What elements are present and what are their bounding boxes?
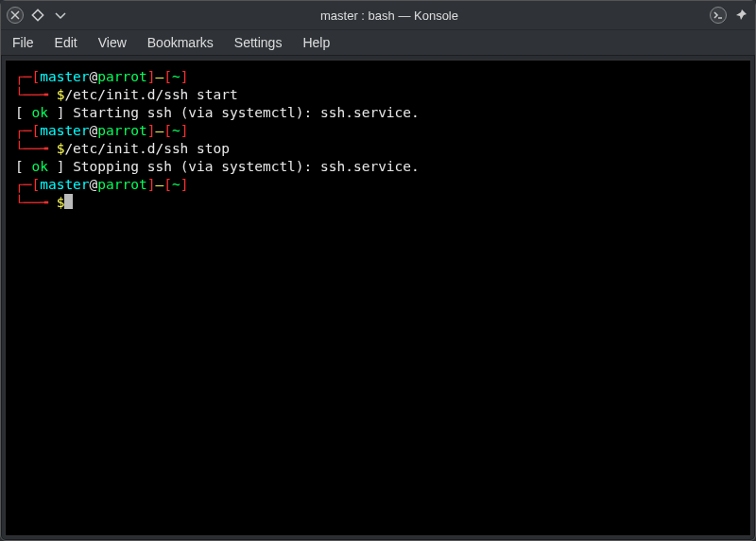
- prompt-rbr2: ]: [180, 123, 189, 138]
- prompt-host: parrot: [97, 123, 146, 138]
- prompt-dash: —: [155, 177, 163, 192]
- prompt-user: master: [40, 177, 89, 192]
- terminal-area[interactable]: ┌─[master@parrot]—[~] └──╼ $/etc/init.d/…: [5, 60, 751, 536]
- window-title: master : bash — Konsole: [75, 9, 704, 23]
- prompt-dash: —: [155, 69, 163, 84]
- menubar: File Edit View Bookmarks Settings Help: [1, 29, 755, 56]
- prompt-lbr: [: [31, 69, 40, 84]
- cursor: [64, 194, 73, 209]
- status-line-2: Stopping ssh (via systemctl): ssh.servic…: [73, 159, 420, 174]
- titlebar-right: [710, 7, 749, 24]
- prompt-user: master: [40, 123, 89, 138]
- prompt-lbr2: [: [163, 123, 172, 138]
- prompt-lbr: [: [31, 177, 40, 192]
- ok-open: [: [15, 105, 31, 120]
- terminal-icon[interactable]: [710, 7, 727, 24]
- menu-view[interactable]: View: [98, 35, 127, 50]
- menu-file[interactable]: File: [12, 35, 34, 50]
- prompt-dollar: $: [57, 195, 65, 210]
- prompt-rbr2: ]: [180, 177, 189, 192]
- menu-settings[interactable]: Settings: [234, 35, 283, 50]
- prompt-tilde: ~: [172, 177, 180, 192]
- prompt-tilde: ~: [172, 123, 180, 138]
- menu-bookmarks[interactable]: Bookmarks: [147, 35, 214, 50]
- prompt-corner2: └──╼: [15, 141, 57, 156]
- status-line-1: Starting ssh (via systemctl): ssh.servic…: [73, 105, 420, 120]
- prompt-corner2: └──╼: [15, 195, 57, 210]
- prompt-rbr2: ]: [180, 69, 189, 84]
- titlebar-left: [7, 7, 69, 24]
- close-icon[interactable]: [7, 7, 24, 24]
- prompt-corner: ┌─: [15, 177, 31, 192]
- maximize-icon[interactable]: [29, 7, 46, 24]
- pin-icon[interactable]: [732, 7, 749, 24]
- prompt-lbr: [: [31, 123, 40, 138]
- prompt-tilde: ~: [172, 69, 180, 84]
- command-2: /etc/init.d/ssh stop: [64, 141, 230, 156]
- ok-text: ok: [31, 105, 47, 120]
- svg-rect-2: [32, 9, 43, 20]
- prompt-corner: ┌─: [15, 123, 31, 138]
- minimize-icon[interactable]: [52, 7, 69, 24]
- command-1: /etc/init.d/ssh start: [64, 87, 237, 102]
- prompt-user: master: [40, 69, 89, 84]
- prompt-corner: ┌─: [15, 69, 31, 84]
- prompt-host: parrot: [97, 177, 146, 192]
- prompt-host: parrot: [97, 69, 146, 84]
- prompt-lbr2: [: [163, 177, 172, 192]
- menu-help[interactable]: Help: [302, 35, 330, 50]
- ok-text: ok: [31, 159, 47, 174]
- ok-close: ]: [48, 105, 73, 120]
- prompt-dash: —: [155, 123, 163, 138]
- titlebar: master : bash — Konsole: [1, 1, 755, 29]
- prompt-corner2: └──╼: [15, 87, 57, 102]
- ok-open: [: [15, 159, 31, 174]
- konsole-window: master : bash — Konsole File Edit View B…: [0, 0, 756, 541]
- ok-close: ]: [48, 159, 73, 174]
- menu-edit[interactable]: Edit: [55, 35, 77, 50]
- prompt-lbr2: [: [163, 69, 172, 84]
